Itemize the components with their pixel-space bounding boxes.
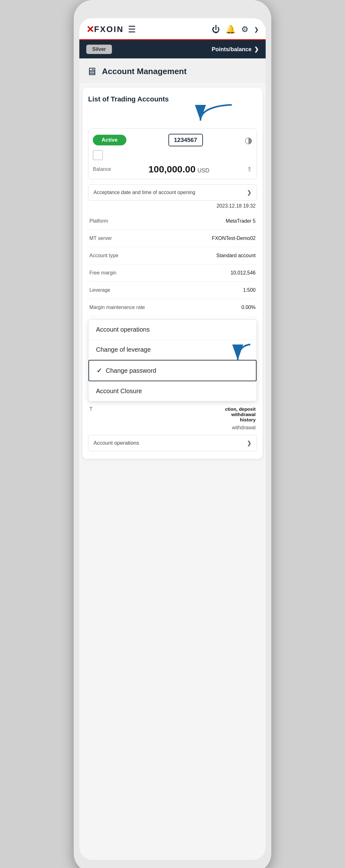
partial-row-values: ction, deposit withdrawal history: [225, 406, 256, 423]
nav-chevron-icon[interactable]: ❯: [254, 26, 259, 33]
list-title: List of Trading Accounts: [88, 95, 257, 103]
account-card-top: Active 1234567 ◑: [93, 134, 252, 146]
hamburger-icon[interactable]: ☰: [128, 24, 136, 35]
phone-screen: ✕ FXOIN ☰ ⏻ 🔔 ⚙ ❯ Silver Points/balance …: [79, 18, 266, 860]
mt-server-key: MT server: [90, 236, 112, 241]
menu-item-account-operations[interactable]: Account operations: [89, 320, 256, 340]
partial-value-1: ction, deposit: [225, 406, 256, 412]
logo-text: FXOIN: [94, 25, 124, 34]
bottom-ops-chevron-icon: ❯: [247, 440, 251, 446]
gear-icon[interactable]: ⚙: [241, 25, 248, 34]
power-icon[interactable]: ⏻: [212, 25, 220, 34]
balance-amount: 100,000.00: [148, 164, 196, 175]
section-header: 🖥 Account Management: [79, 58, 266, 83]
checkmark-icon: ✓: [97, 367, 102, 374]
info-row-leverage: Leverage 1:500: [88, 282, 257, 299]
account-type-value: Standard account: [216, 253, 255, 258]
logo: ✕ FXOIN: [86, 24, 124, 35]
account-type-key: Account type: [90, 253, 118, 258]
account-card-bottom: Balance 100,000.00 USD ⇑: [93, 164, 252, 175]
phone-notch: [141, 9, 204, 18]
partial-visible-row: T ction, deposit withdrawal history: [88, 401, 257, 423]
nav-icons: ⏻ 🔔 ⚙ ❯: [212, 25, 259, 34]
menu-item-change-leverage[interactable]: Change of leverage: [89, 340, 256, 360]
free-margin-key: Free margin: [90, 270, 116, 276]
bottom-account-ops-dropdown[interactable]: Account operations ❯: [88, 435, 257, 451]
page-title: Account Management: [102, 67, 186, 76]
account-checkbox[interactable]: [93, 150, 103, 160]
account-number: 1234567: [168, 134, 203, 146]
free-margin-value: 10,012,546: [231, 270, 255, 276]
pie-chart-icon[interactable]: ◑: [245, 135, 252, 146]
top-nav: ✕ FXOIN ☰ ⏻ 🔔 ⚙ ❯: [79, 18, 266, 40]
account-operations-menu: Account operations Change of leverage: [88, 319, 257, 401]
info-row-platform: Platform MetaTrader 5: [88, 213, 257, 230]
info-row-margin-rate: Margin maintenance rate 0.00%: [88, 299, 257, 316]
mt-server-value: FXONTest-Demo02: [212, 236, 255, 241]
collapse-icon[interactable]: ⇑: [247, 165, 252, 173]
leverage-value: 1:500: [243, 287, 255, 293]
partial-row-key: T: [90, 406, 93, 423]
info-rows-container: Platform MetaTrader 5 MT server FXONTest…: [88, 213, 257, 316]
account-card-mid: [93, 150, 252, 160]
silver-badge: Silver: [86, 44, 112, 54]
acceptance-chevron-icon: ❯: [247, 189, 251, 196]
points-balance-label: Points/balance: [212, 46, 251, 53]
balance-area: 100,000.00 USD: [148, 164, 209, 175]
points-chevron-icon: ❯: [254, 46, 259, 53]
menu-item-account-closure[interactable]: Account Closure: [89, 381, 256, 401]
margin-rate-key: Margin maintenance rate: [90, 305, 145, 310]
logo-x-icon: ✕: [86, 24, 94, 35]
active-status-badge: Active: [93, 135, 127, 146]
logo-area: ✕ FXOIN ☰: [86, 24, 136, 35]
acceptance-date-value: 2023.12.18 19:32: [88, 203, 257, 209]
menu-item-change-leverage-label: Change of leverage: [96, 346, 151, 353]
bell-icon[interactable]: 🔔: [226, 25, 236, 34]
points-balance-button[interactable]: Points/balance ❯: [212, 46, 259, 53]
menu-item-account-operations-label: Account operations: [96, 326, 149, 333]
bottom-ops-label: Account operations: [94, 440, 139, 446]
platform-key: Platform: [90, 218, 108, 224]
info-row-account-type: Account type Standard account: [88, 247, 257, 265]
account-card: Active 1234567 ◑ Balance 100,000.00 USD …: [88, 128, 257, 179]
partial-value-3: history: [225, 417, 256, 423]
main-content: List of Trading Accounts Active 1234567: [82, 88, 263, 459]
blue-arrow-icon: [182, 103, 244, 128]
margin-rate-value: 0.00%: [242, 305, 255, 310]
platform-value: MetaTrader 5: [226, 218, 255, 224]
monitor-icon: 🖥: [86, 65, 97, 78]
balance-currency: USD: [197, 167, 209, 174]
leverage-key: Leverage: [90, 287, 110, 293]
arrow-decoration: [88, 110, 257, 128]
account-operations-section: Account operations Change of leverage: [88, 319, 257, 451]
withdrawal-row: withdrawal: [88, 423, 257, 431]
info-row-free-margin: Free margin 10,012,546: [88, 265, 257, 282]
points-bar: Silver Points/balance ❯: [79, 40, 266, 58]
menu-item-change-password-label: Change password: [106, 367, 156, 374]
partial-value-2: withdrawal: [225, 412, 256, 417]
menu-item-account-closure-label: Account Closure: [96, 388, 142, 395]
withdrawal-text: withdrawal: [232, 425, 255, 431]
blue-arrow2-icon: [219, 343, 257, 365]
acceptance-date-dropdown[interactable]: Acceptance date and time of account open…: [88, 184, 257, 201]
acceptance-date-label: Acceptance date and time of account open…: [94, 190, 196, 195]
info-row-mt-server: MT server FXONTest-Demo02: [88, 230, 257, 247]
balance-label: Balance: [93, 166, 111, 172]
